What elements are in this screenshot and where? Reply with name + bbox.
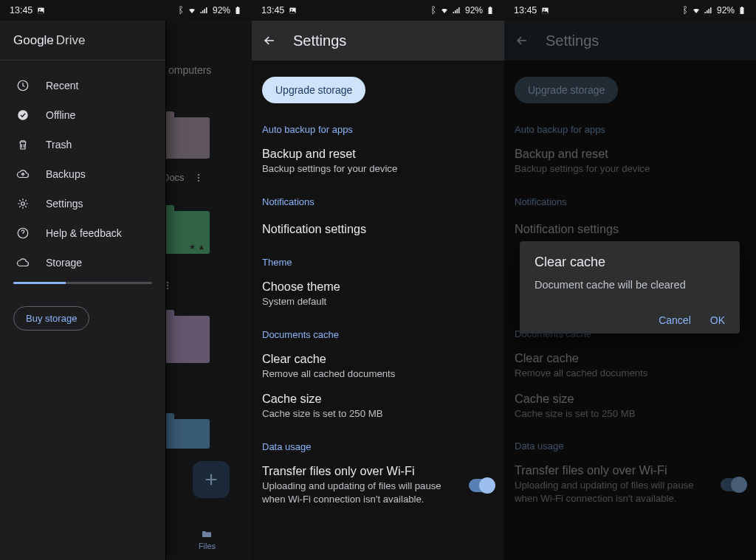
row-backup-reset[interactable]: Backup and reset Backup settings for you…	[262, 147, 494, 176]
status-time: 13:45	[514, 5, 537, 15]
drawer-recent-label: Recent	[46, 80, 78, 91]
cloud-up-icon	[16, 167, 30, 181]
bluetooth-icon	[428, 6, 437, 15]
drawer-backups-label: Backups	[46, 168, 86, 180]
drawer-help-label: Help & feedback	[46, 227, 122, 239]
dialog-title: Clear cache	[535, 255, 725, 270]
choose-theme-title: Choose theme	[262, 280, 494, 294]
section-auto-backup: Auto backup for apps	[262, 124, 494, 135]
drawer-trash[interactable]: Trash	[0, 130, 165, 159]
clock-icon	[16, 79, 30, 92]
dialog-message: Document cache will be cleared	[535, 279, 725, 291]
gear-icon	[16, 197, 30, 210]
help-icon	[16, 227, 30, 240]
svg-rect-20	[489, 7, 491, 7]
offline-icon	[16, 108, 30, 122]
drawer-help[interactable]: Help & feedback	[0, 218, 165, 248]
wifi-sub: Uploading and updating of files will pau…	[262, 480, 461, 506]
clear-cache-title: Clear cache	[262, 352, 494, 366]
backup-title: Backup and reset	[262, 147, 494, 161]
svg-point-22	[543, 9, 545, 10]
svg-point-18	[291, 9, 292, 10]
drawer-storage[interactable]: Storage	[0, 248, 165, 277]
wifi-icon	[692, 6, 701, 15]
wifi-icon	[188, 6, 196, 15]
row-choose-theme[interactable]: Choose theme System default	[262, 280, 494, 308]
back-arrow-icon[interactable]	[262, 33, 277, 48]
svg-rect-23	[740, 7, 744, 14]
wifi-title: Transfer files only over Wi-Fi	[262, 464, 461, 478]
drawer-title: Google Drive	[0, 21, 165, 61]
clear-cache-dialog: Clear cache Document cache will be clear…	[520, 241, 740, 333]
svg-rect-3	[237, 7, 238, 7]
row-wifi-only[interactable]: Transfer files only over Wi-Fi Uploading…	[262, 464, 494, 506]
appbar: Settings	[252, 21, 504, 61]
row-cache-size[interactable]: Cache size Cache size is set to 250 MB	[262, 392, 494, 421]
buy-storage-button[interactable]: Buy storage	[13, 306, 89, 331]
wifi-icon	[440, 6, 449, 15]
section-data-usage: Data usage	[262, 441, 494, 452]
drawer-backups[interactable]: Backups	[0, 159, 165, 189]
app-name-drive: Drive	[56, 33, 86, 48]
svg-rect-24	[741, 7, 743, 7]
drawer-storage-label: Storage	[46, 257, 82, 269]
pane-settings-dialog: 13:45 92% Settings Upgrade storage Auto …	[504, 0, 756, 560]
upgrade-storage-button[interactable]: Upgrade storage	[262, 77, 365, 103]
battery-percent: 92%	[213, 5, 230, 15]
status-bar: 13:45 92%	[504, 0, 756, 21]
drawer-recent[interactable]: Recent	[0, 71, 165, 100]
status-bar: 13:45 92%	[252, 0, 504, 21]
dialog-ok-button[interactable]: OK	[710, 314, 725, 326]
battery-icon	[738, 6, 746, 15]
choose-theme-sub: System default	[262, 295, 494, 308]
status-time: 13:45	[10, 5, 32, 15]
svg-point-1	[39, 9, 41, 10]
wifi-only-toggle[interactable]	[469, 479, 494, 492]
picture-icon	[289, 7, 297, 15]
pane-settings: 13:45 92% Settings Upgrade storage Auto …	[252, 0, 504, 560]
signal-icon	[704, 6, 712, 15]
section-notifications: Notifications	[262, 196, 494, 207]
storage-progress-fill	[13, 282, 66, 284]
bluetooth-icon	[680, 6, 689, 15]
battery-icon	[486, 6, 495, 15]
status-time: 13:45	[261, 5, 284, 15]
section-theme: Theme	[262, 257, 494, 268]
drawer-offline[interactable]: Offline	[0, 100, 165, 130]
battery-percent: 92%	[717, 5, 735, 15]
battery-percent: 92%	[465, 5, 483, 15]
row-clear-cache[interactable]: Clear cache Remove all cached documents	[262, 352, 494, 381]
status-bar: 13:45 92%	[0, 0, 252, 21]
picture-icon	[37, 7, 45, 15]
trash-icon	[16, 138, 30, 151]
app-name-google: Google	[13, 33, 54, 48]
appbar-title: Settings	[293, 32, 346, 49]
drawer-offline-label: Offline	[46, 109, 75, 121]
svg-point-14	[18, 110, 28, 120]
storage-progressbar	[13, 282, 152, 284]
signal-icon	[452, 6, 461, 15]
clear-cache-sub: Remove all cached documents	[262, 367, 494, 381]
cache-size-sub: Cache size is set to 250 MB	[262, 407, 494, 421]
pane-drive-drawer: 13:45 92% omputers Docs	[0, 0, 252, 560]
battery-icon	[233, 6, 242, 15]
navigation-drawer: Google Drive Recent Offline Trash Backup…	[0, 21, 166, 560]
svg-rect-2	[236, 7, 240, 14]
section-documents-cache: Documents cache	[262, 329, 494, 340]
backup-sub: Backup settings for your device	[262, 162, 494, 176]
row-notification-settings[interactable]: Notification settings	[262, 222, 494, 236]
drawer-settings[interactable]: Settings	[0, 189, 165, 218]
notif-title: Notification settings	[262, 222, 494, 236]
dialog-cancel-button[interactable]: Cancel	[659, 314, 691, 326]
bluetooth-icon	[176, 6, 185, 15]
picture-icon	[541, 7, 549, 15]
cloud-icon	[16, 256, 30, 269]
signal-icon	[199, 6, 208, 15]
svg-rect-19	[489, 7, 492, 14]
drawer-trash-label: Trash	[46, 139, 72, 151]
drawer-settings-label: Settings	[46, 198, 83, 210]
svg-point-15	[21, 202, 25, 206]
cache-size-title: Cache size	[262, 392, 494, 406]
